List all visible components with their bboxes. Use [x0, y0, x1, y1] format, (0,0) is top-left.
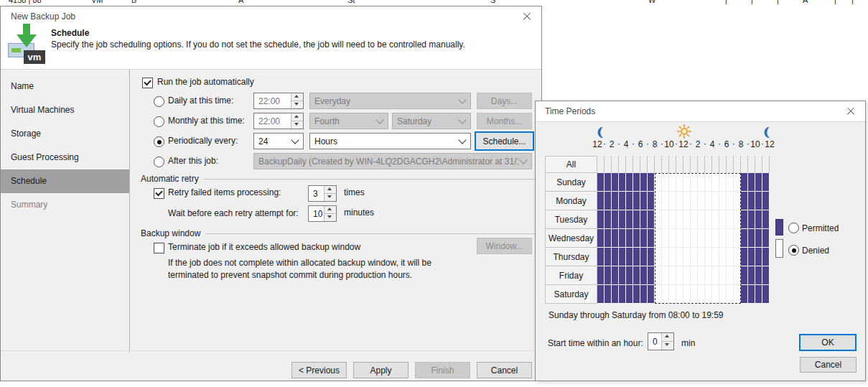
time-cell[interactable]: [691, 248, 698, 266]
time-cell[interactable]: [691, 229, 698, 248]
time-cell[interactable]: [712, 285, 719, 304]
time-cell[interactable]: [683, 266, 691, 285]
monthly-radio[interactable]: [154, 116, 164, 127]
time-cell[interactable]: [676, 266, 683, 285]
time-cell[interactable]: [662, 285, 669, 304]
time-cell[interactable]: [698, 266, 705, 285]
time-cell[interactable]: [691, 266, 698, 285]
time-cell[interactable]: [762, 285, 770, 304]
time-cell[interactable]: [741, 210, 748, 229]
day-label-wednesday[interactable]: Wednesday: [545, 229, 597, 248]
time-cell[interactable]: [662, 156, 669, 173]
time-cell[interactable]: [748, 229, 755, 248]
daily-radio[interactable]: [154, 96, 164, 107]
time-cell[interactable]: [741, 229, 748, 248]
time-cell[interactable]: [676, 192, 683, 210]
time-cell[interactable]: [626, 210, 633, 229]
time-cell[interactable]: [605, 248, 612, 266]
time-cell[interactable]: [712, 173, 719, 192]
time-cell[interactable]: [605, 210, 612, 229]
time-cell[interactable]: [748, 210, 755, 229]
time-cell[interactable]: [655, 229, 662, 248]
monthly-time-input[interactable]: 22:00: [253, 113, 304, 129]
time-cell[interactable]: [612, 229, 619, 248]
permitted-radio[interactable]: [788, 223, 799, 233]
run-automatically-checkbox[interactable]: [142, 78, 153, 88]
sidebar-item-name[interactable]: Name: [1, 75, 129, 98]
time-cell[interactable]: [633, 192, 640, 210]
time-cell[interactable]: [619, 210, 626, 229]
time-cell[interactable]: [727, 266, 734, 285]
spin-up-icon[interactable]: [325, 206, 336, 213]
day-label-all[interactable]: All: [545, 156, 597, 173]
time-cell[interactable]: [640, 285, 648, 304]
time-cell[interactable]: [640, 229, 648, 248]
spin-down-icon[interactable]: [291, 101, 303, 108]
time-cell[interactable]: [605, 173, 612, 192]
denied-radio[interactable]: [788, 245, 799, 256]
time-cell[interactable]: [597, 229, 605, 248]
time-cell[interactable]: [605, 156, 612, 173]
day-label-friday[interactable]: Friday: [545, 266, 597, 285]
time-cell[interactable]: [612, 285, 619, 304]
time-cell[interactable]: [676, 156, 683, 173]
time-cell[interactable]: [626, 156, 633, 173]
time-cell[interactable]: [727, 248, 734, 266]
time-cell[interactable]: [597, 266, 605, 285]
time-cell[interactable]: [619, 192, 626, 210]
time-cell[interactable]: [705, 192, 712, 210]
time-cell[interactable]: [705, 210, 712, 229]
time-cell[interactable]: [755, 266, 762, 285]
time-cell[interactable]: [626, 192, 633, 210]
time-cell[interactable]: [727, 210, 734, 229]
time-cell[interactable]: [640, 192, 648, 210]
time-cell[interactable]: [612, 192, 619, 210]
time-cell[interactable]: [762, 173, 770, 192]
time-cell[interactable]: [683, 248, 691, 266]
monthly-time-spinner[interactable]: [291, 113, 303, 129]
time-cell[interactable]: [705, 173, 712, 192]
spin-down-icon[interactable]: [291, 121, 303, 129]
time-cell[interactable]: [712, 192, 719, 210]
time-cell[interactable]: [633, 173, 640, 192]
spin-up-icon[interactable]: [291, 93, 303, 101]
time-cell[interactable]: [640, 210, 648, 229]
time-cell[interactable]: [734, 173, 741, 192]
time-cell[interactable]: [633, 156, 640, 173]
time-cell[interactable]: [683, 156, 691, 173]
time-cell[interactable]: [669, 248, 676, 266]
day-label-sunday[interactable]: Sunday: [545, 173, 597, 192]
time-cell[interactable]: [734, 285, 741, 304]
time-cell[interactable]: [683, 192, 691, 210]
time-cell[interactable]: [619, 248, 626, 266]
time-cell[interactable]: [612, 173, 619, 192]
time-cell[interactable]: [762, 229, 770, 248]
time-cell[interactable]: [755, 285, 762, 304]
time-cell[interactable]: [741, 285, 748, 304]
time-cell[interactable]: [655, 285, 662, 304]
time-cell[interactable]: [655, 266, 662, 285]
time-cell[interactable]: [648, 248, 655, 266]
time-periods-cancel-button[interactable]: Cancel: [800, 357, 857, 373]
time-cell[interactable]: [705, 266, 712, 285]
terminate-checkbox[interactable]: [154, 243, 164, 253]
time-cell[interactable]: [748, 192, 755, 210]
time-cell[interactable]: [698, 285, 705, 304]
sidebar-item-virtual-machines[interactable]: Virtual Machines: [1, 98, 129, 122]
time-cell[interactable]: [741, 173, 748, 192]
time-cell[interactable]: [605, 266, 612, 285]
time-cell[interactable]: [597, 210, 605, 229]
time-cell[interactable]: [712, 156, 719, 173]
time-cell[interactable]: [648, 156, 655, 173]
start-time-input[interactable]: 0: [648, 332, 674, 350]
time-cell[interactable]: [605, 229, 612, 248]
time-cell[interactable]: [655, 210, 662, 229]
close-icon[interactable]: [842, 105, 859, 118]
time-cell[interactable]: [648, 173, 655, 192]
time-cell[interactable]: [698, 192, 705, 210]
time-cell[interactable]: [748, 156, 755, 173]
time-cell[interactable]: [762, 210, 770, 229]
time-cell[interactable]: [698, 156, 705, 173]
time-cell[interactable]: [597, 173, 605, 192]
time-cell[interactable]: [640, 248, 648, 266]
